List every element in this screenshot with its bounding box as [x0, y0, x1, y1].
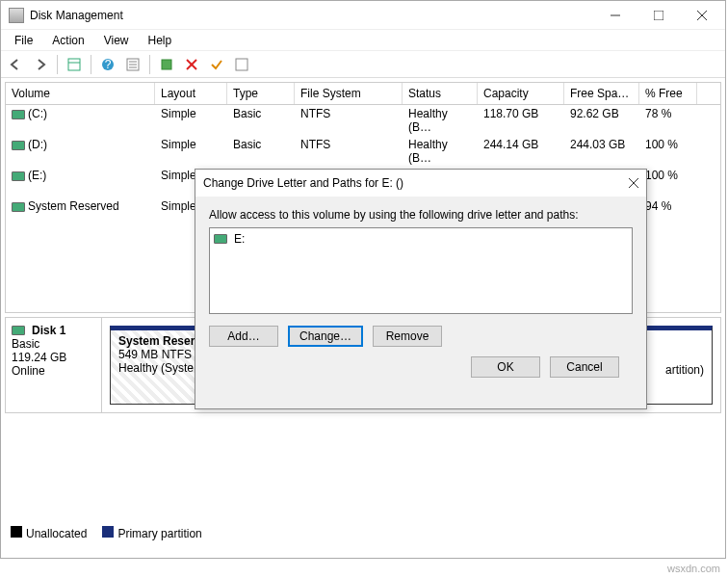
table-row[interactable]: (D:)SimpleBasicNTFSHealthy (B…244.14 GB2…: [6, 136, 720, 167]
table-row[interactable]: (C:)SimpleBasicNTFSHealthy (B…118.70 GB9…: [6, 105, 720, 136]
svg-rect-4: [68, 59, 80, 70]
help-icon[interactable]: ?: [97, 54, 118, 75]
dialog-desc: Allow access to this volume by using the…: [209, 208, 633, 222]
col-fs[interactable]: File System: [295, 83, 403, 104]
col-volume[interactable]: Volume: [6, 83, 155, 104]
col-layout[interactable]: Layout: [155, 83, 227, 104]
list-header: Volume Layout Type File System Status Ca…: [6, 83, 720, 105]
add-button[interactable]: Add…: [209, 326, 278, 347]
drive-icon: [12, 141, 25, 150]
svg-rect-1: [654, 11, 663, 20]
col-free[interactable]: Free Spa…: [564, 83, 639, 104]
remove-button[interactable]: Remove: [373, 326, 442, 347]
view-icon[interactable]: [64, 54, 85, 75]
toolbar: ?: [1, 51, 725, 78]
disk-label: Disk 1: [32, 324, 65, 337]
dialog-title: Change Drive Letter and Paths for E: (): [203, 176, 629, 190]
drive-icon: [12, 171, 25, 181]
svg-rect-12: [162, 60, 171, 69]
change-drive-letter-dialog: Change Drive Letter and Paths for E: () …: [195, 169, 647, 409]
cancel-button[interactable]: Cancel: [550, 356, 619, 378]
maximize-button[interactable]: [637, 2, 680, 29]
drive-icon: [214, 234, 227, 244]
dialog-paths-list[interactable]: E:: [209, 227, 633, 314]
titlebar: Disk Management: [1, 1, 725, 30]
drive-icon: [12, 110, 25, 119]
swatch-primary: [102, 526, 114, 538]
change-button[interactable]: Change…: [288, 326, 363, 347]
col-status[interactable]: Status: [403, 83, 478, 104]
col-pfree[interactable]: % Free: [639, 83, 697, 104]
part1-name: System Reser: [118, 334, 195, 348]
forward-button[interactable]: [30, 54, 51, 75]
watermark: wsxdn.com: [667, 563, 720, 574]
menu-action[interactable]: Action: [42, 32, 93, 49]
menu-help[interactable]: Help: [139, 32, 182, 49]
disk-icon: [12, 326, 25, 335]
properties-icon[interactable]: [122, 54, 143, 75]
menu-view[interactable]: View: [94, 32, 139, 49]
col-capacity[interactable]: Capacity: [478, 83, 564, 104]
dialog-close-button[interactable]: [629, 178, 638, 188]
col-type[interactable]: Type: [227, 83, 295, 104]
menu-file[interactable]: File: [5, 32, 42, 49]
svg-rect-15: [236, 59, 247, 70]
dialog-entry: E:: [234, 232, 245, 246]
minimize-button[interactable]: [593, 2, 637, 29]
drive-icon: [12, 202, 25, 212]
legend-unallocated: Unallocated: [26, 527, 87, 540]
refresh-icon[interactable]: [156, 54, 177, 75]
menubar: File Action View Help: [1, 30, 725, 51]
legend-primary: Primary partition: [117, 527, 201, 540]
list-icon[interactable]: [231, 54, 252, 75]
delete-icon[interactable]: [181, 54, 202, 75]
disk-info[interactable]: Disk 1 Basic 119.24 GB Online: [6, 318, 102, 412]
ok-button[interactable]: OK: [471, 356, 540, 378]
disk-type: Basic: [12, 337, 95, 351]
disk-size: 119.24 GB: [12, 351, 95, 364]
app-icon: [9, 8, 24, 23]
window-title: Disk Management: [30, 9, 593, 22]
close-button[interactable]: [680, 2, 723, 29]
back-button[interactable]: [5, 54, 26, 75]
legend: Unallocated Primary partition: [11, 526, 202, 540]
disk-status: Online: [12, 364, 95, 378]
swatch-unallocated: [11, 526, 22, 538]
svg-text:?: ?: [105, 58, 112, 71]
check-icon[interactable]: [206, 54, 227, 75]
